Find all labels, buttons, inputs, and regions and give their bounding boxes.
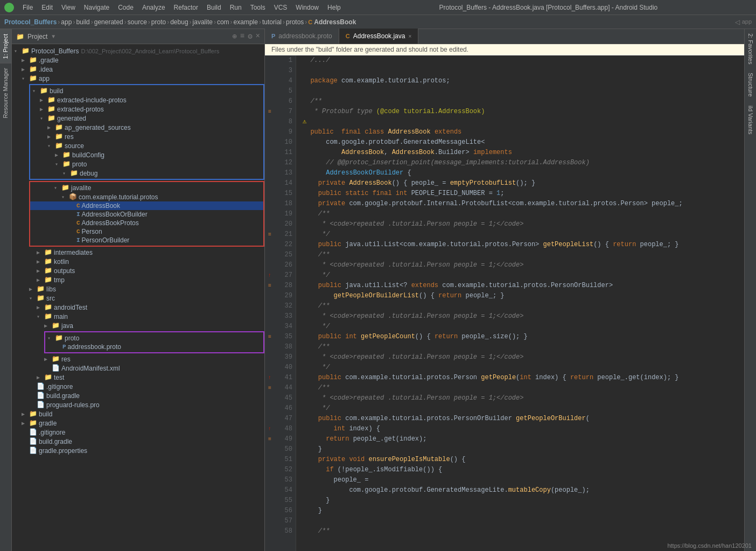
- breadcrumb-item[interactable]: build: [76, 18, 89, 26]
- menu-tools[interactable]: Tools: [246, 2, 270, 13]
- sidebar-item-build-variants[interactable]: ild Variants: [745, 101, 756, 139]
- tree-item-proto-src[interactable]: ▾ 📁 proto: [45, 333, 263, 343]
- tree-item-manifest[interactable]: 📄 AndroidManifest.xml: [12, 364, 264, 373]
- breadcrumb-item[interactable]: proto: [151, 18, 166, 26]
- menu-analyze[interactable]: Analyze: [138, 2, 170, 13]
- tree-item-main[interactable]: ▾ 📁 main: [12, 312, 264, 321]
- breadcrumb-item[interactable]: tutorial: [262, 18, 282, 26]
- tree-item-gradle-properties[interactable]: 📄 gradle.properties: [12, 446, 264, 455]
- tree-item-build[interactable]: ▾ 📁 build: [30, 86, 263, 95]
- code-line: com.google.protobuf.GeneratedMessageLite…: [303, 485, 738, 496]
- tree-item-gradle-root[interactable]: ▶ 📁 gradle: [12, 419, 264, 428]
- tree-item-addressbook-proto[interactable]: P addressbook.proto: [45, 343, 263, 351]
- tree-item-tmp[interactable]: ▶ 📁 tmp: [12, 275, 264, 284]
- gutter-line: [265, 86, 275, 96]
- tree-item-ap-generated[interactable]: ▶ 📁 ap_generated_sources: [30, 123, 263, 132]
- tree-item-build-gradle-root[interactable]: 📄 build.gradle: [12, 437, 264, 446]
- menu-code[interactable]: Code: [114, 2, 138, 13]
- tree-item-proto[interactable]: ▾ 📁 proto: [30, 159, 263, 169]
- expand-arrow-icon: ▶: [47, 134, 55, 140]
- tree-label: res: [65, 133, 74, 141]
- line-number: 47: [278, 414, 292, 424]
- tree-item-addressbookorbuilder[interactable]: I AddressBookOrBuilder: [30, 210, 263, 219]
- tree-item-gradle[interactable]: ▶ 📁 .gradle: [12, 55, 264, 65]
- expand-arrow-icon: ▶: [44, 356, 52, 362]
- sidebar-item-resource[interactable]: Resource Manager: [0, 63, 11, 123]
- dropdown-arrow-icon[interactable]: ▼: [51, 33, 56, 39]
- tree-item-java[interactable]: ▶ 📁 java: [12, 321, 264, 330]
- menu-vcs[interactable]: VCS: [270, 2, 292, 13]
- tree-item-proguard[interactable]: 📄 proguard-rules.pro: [12, 400, 264, 409]
- locate-icon[interactable]: ⊕: [232, 32, 236, 41]
- code-line: [303, 86, 738, 96]
- breadcrumb-item[interactable]: generated: [94, 18, 123, 26]
- sidebar-item-structure[interactable]: Structure: [745, 68, 756, 101]
- menu-file[interactable]: File: [18, 2, 37, 13]
- tree-item-kotlin[interactable]: ▶ 📁 kotlin: [12, 257, 264, 266]
- tab-addressbook-proto[interactable]: P addressbook.proto: [265, 29, 339, 44]
- tree-item-source[interactable]: ▾ 📁 source: [30, 141, 263, 150]
- sidebar-item-project[interactable]: 1: Project: [0, 29, 11, 63]
- tree-item-build-root[interactable]: ▶ 📁 build: [12, 409, 264, 419]
- tree-item-person[interactable]: C Person: [30, 227, 263, 236]
- line-number: 53: [278, 475, 292, 485]
- gutter-line: [265, 240, 275, 250]
- menu-refactor[interactable]: Refactor: [170, 2, 202, 13]
- tree-item-src[interactable]: ▾ 📁 src: [12, 294, 264, 303]
- tree-item-gitignore-app[interactable]: 📄 .gitignore: [12, 382, 264, 391]
- breadcrumb-item[interactable]: example: [234, 18, 258, 26]
- tree-item-personorbuilder[interactable]: I PersonOrBuilder: [30, 236, 263, 245]
- tree-item-extracted-protos[interactable]: ▶ 📁 extracted-protos: [30, 104, 263, 114]
- purple-highlighted-section: ▾ 📁 proto P addressbook.proto: [44, 331, 264, 353]
- tree-item-root[interactable]: ▾ 📁 Protocol_Buffers D:\002_Project\002_…: [12, 46, 264, 55]
- menu-edit[interactable]: Edit: [37, 2, 57, 13]
- tree-item-buildconfig[interactable]: ▶ 📁 buildConfig: [30, 150, 263, 159]
- code-content[interactable]: /.../ package com.example.tutorial.proto…: [296, 55, 744, 551]
- tree-item-androidtest[interactable]: ▶ 📁 androidTest: [12, 303, 264, 312]
- code-line: AddressBook, AddressBook.Builder> implem…: [303, 148, 738, 158]
- tree-item-extracted-include[interactable]: ▶ 📁 extracted-include-protos: [30, 95, 263, 104]
- line-number: 19: [278, 209, 292, 219]
- tree-item-app[interactable]: ▾ 📁 app: [12, 74, 264, 83]
- tree-item-gitignore-root[interactable]: 📄 .gitignore: [12, 428, 264, 437]
- tree-item-intermediates[interactable]: ▶ 📁 intermediates: [12, 248, 264, 257]
- tree-item-com-package[interactable]: ▾ 📦 com.example.tutorial.protos: [30, 192, 263, 201]
- tree-label: build.gradle: [46, 392, 80, 400]
- breadcrumb-item[interactable]: app: [61, 18, 72, 26]
- tree-item-outputs[interactable]: ▶ 📁 outputs: [12, 266, 264, 275]
- breadcrumb-item[interactable]: javalite: [193, 18, 213, 26]
- code-editor[interactable]: ≡ ≡ ↑ ≡: [265, 55, 744, 551]
- code-line: people_ =: [303, 475, 738, 485]
- tab-addressbook-java[interactable]: C AddressBook.java ×: [339, 29, 419, 44]
- breadcrumb-item-active[interactable]: C AddressBook: [308, 18, 356, 26]
- tree-item-javalite[interactable]: ▾ 📁 javalite: [30, 183, 263, 192]
- breadcrumb-item[interactable]: Protocol_Buffers: [4, 18, 57, 26]
- nav-back-icon[interactable]: ◁: [735, 18, 740, 26]
- tree-item-test[interactable]: ▶ 📁 test: [12, 373, 264, 382]
- close-panel-icon[interactable]: ×: [256, 32, 260, 41]
- breadcrumb-item[interactable]: debug: [170, 18, 188, 26]
- tree-item-idea[interactable]: ▶ 📁 .idea: [12, 65, 264, 74]
- breadcrumb-item[interactable]: com: [217, 18, 229, 26]
- settings-icon[interactable]: ⚙: [248, 32, 252, 41]
- tree-item-generated[interactable]: ▾ 📁 generated: [30, 114, 263, 123]
- tree-item-res[interactable]: ▶ 📁 res: [30, 132, 263, 141]
- tree-item-libs[interactable]: ▶ 📁 libs: [12, 284, 264, 294]
- code-line: if (!people_.isModifiable()) {: [303, 465, 738, 475]
- menu-view[interactable]: View: [57, 2, 80, 13]
- menu-run[interactable]: Run: [226, 2, 246, 13]
- tree-item-res-main[interactable]: ▶ 📁 res: [12, 354, 264, 364]
- tab-close-icon[interactable]: ×: [408, 33, 411, 39]
- breadcrumb-item[interactable]: source: [128, 18, 147, 26]
- breadcrumb-item[interactable]: protos: [286, 18, 304, 26]
- menu-navigate[interactable]: Navigate: [80, 2, 114, 13]
- tree-item-addressbook[interactable]: C AddressBook: [30, 201, 263, 210]
- menu-build[interactable]: Build: [202, 2, 226, 13]
- collapse-icon[interactable]: ≡: [240, 32, 244, 41]
- sidebar-item-favorites[interactable]: 2: Favorites: [745, 29, 756, 68]
- tree-item-build-gradle-app[interactable]: 📄 build.gradle: [12, 391, 264, 400]
- tree-item-addressbookprotos[interactable]: C AddressBookProtos: [30, 219, 263, 227]
- menu-window[interactable]: Window: [291, 2, 323, 13]
- tree-item-debug[interactable]: ▾ 📁 debug: [30, 169, 263, 178]
- menu-help[interactable]: Help: [323, 2, 345, 13]
